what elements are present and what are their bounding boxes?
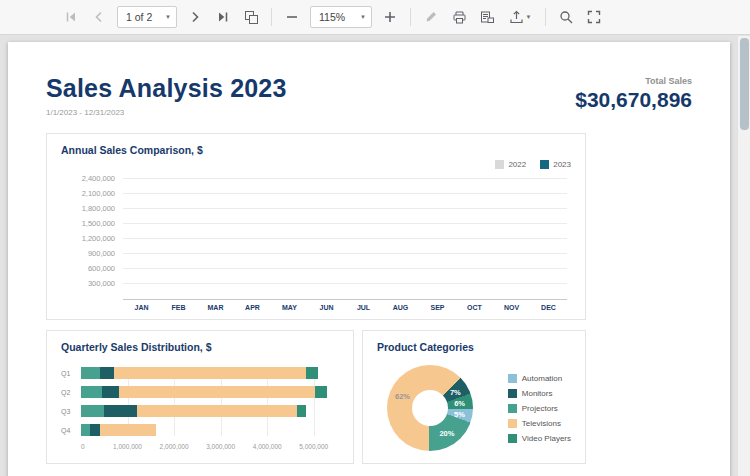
quarterly-sales-chart: Q1Q2Q3Q4 <box>61 367 339 436</box>
multipage-view-button[interactable] <box>238 4 264 30</box>
toolbar-separator <box>271 8 272 26</box>
legend-swatch <box>508 434 517 443</box>
zoom-out-button[interactable] <box>279 4 305 30</box>
bottom-charts-row: Quarterly Sales Distribution, $ Q1Q2Q3Q4… <box>46 330 586 464</box>
x-axis-label: 1,000,000 <box>113 443 142 450</box>
annual-sales-legend: 20222023 <box>61 158 571 170</box>
segment-monitors-q1 <box>100 367 114 379</box>
search-button[interactable] <box>553 4 579 30</box>
segment-projectors-q1 <box>81 367 100 379</box>
x-axis-label: NOV <box>493 304 530 311</box>
chart-x-axis: 01,000,0002,000,0003,000,0004,000,0005,0… <box>81 443 337 453</box>
segment-televisions-q3 <box>137 405 296 417</box>
highlight-editing-fields-button[interactable] <box>418 4 444 30</box>
legend-swatch <box>508 389 517 398</box>
legend-item-projectors: Projectors <box>508 404 571 413</box>
stacked-bar-row-q4: Q4 <box>61 424 339 436</box>
x-axis-label: DEC <box>530 304 567 311</box>
total-sales-block: Total Sales $30,670,896 <box>575 74 692 112</box>
legend-swatch <box>495 160 504 169</box>
x-axis-label: JUN <box>308 304 345 311</box>
report-header: Sales Analysis 2023 1/1/2023 - 12/31/202… <box>46 74 692 117</box>
legend-label: Monitors <box>522 389 553 398</box>
stacked-bar-row-q3: Q3 <box>61 405 339 417</box>
segment-video-players-q3 <box>297 405 306 417</box>
x-axis-label: APR <box>234 304 271 311</box>
total-sales-value: $30,670,896 <box>575 88 692 112</box>
legend-swatch <box>540 160 549 169</box>
previous-page-button[interactable] <box>86 4 112 30</box>
annual-sales-panel: Annual Sales Comparison, $ 20222023 300,… <box>46 133 586 320</box>
slice-label-automation: 5% <box>454 409 465 418</box>
category-label: Q3 <box>61 408 81 415</box>
product-categories-legend: AutomationMonitorsProjectorsTelevisionsV… <box>508 374 571 443</box>
export-button[interactable]: ▼ <box>502 4 538 30</box>
viewer-content: Sales Analysis 2023 1/1/2023 - 12/31/202… <box>0 36 737 476</box>
page-selector-value: 1 of 2 <box>126 11 152 23</box>
x-axis-label: 4,000,000 <box>253 443 282 450</box>
segment-video-players-q2 <box>315 386 327 398</box>
x-axis-label: 5,000,000 <box>299 443 328 450</box>
zoom-selector[interactable]: 115% ▼ <box>310 6 372 28</box>
legend-label: Video Players <box>522 434 571 443</box>
legend-label: 2023 <box>553 160 571 169</box>
first-page-icon <box>64 10 78 24</box>
y-axis-label: 1,200,000 <box>61 234 115 243</box>
minus-icon <box>286 11 298 23</box>
category-label: Q4 <box>61 427 81 434</box>
legend-item-video-players: Video Players <box>508 434 571 443</box>
segment-televisions-q2 <box>119 386 315 398</box>
product-categories-chart: 7%6%5%20%62% AutomationMonitorsProjector… <box>377 365 571 451</box>
legend-swatch <box>508 374 517 383</box>
last-page-button[interactable] <box>210 4 236 30</box>
toolbar-separator <box>410 8 411 26</box>
report-page: Sales Analysis 2023 1/1/2023 - 12/31/202… <box>8 42 730 476</box>
next-page-button[interactable] <box>182 4 208 30</box>
print-page-button[interactable] <box>474 4 500 30</box>
total-sales-label: Total Sales <box>575 76 692 86</box>
x-axis-label: MAY <box>271 304 308 311</box>
x-axis-label: AUG <box>382 304 419 311</box>
annual-sales-title: Annual Sales Comparison, $ <box>61 144 571 156</box>
printer-page-icon <box>480 10 495 25</box>
quarterly-sales-panel: Quarterly Sales Distribution, $ Q1Q2Q3Q4… <box>46 330 354 464</box>
x-axis-label: 3,000,000 <box>206 443 235 450</box>
bar-track <box>81 405 339 417</box>
print-button[interactable] <box>446 4 472 30</box>
slice-label-video-players: 6% <box>454 399 465 408</box>
legend-swatch <box>508 419 517 428</box>
chevron-left-icon <box>92 10 106 24</box>
bar-track <box>81 367 339 379</box>
x-axis-label: JAN <box>123 304 160 311</box>
legend-label: 2022 <box>508 160 526 169</box>
multipage-icon <box>244 10 259 25</box>
export-icon <box>509 10 524 25</box>
legend-item-monitors: Monitors <box>508 389 571 398</box>
zoom-in-button[interactable] <box>377 4 403 30</box>
donut-hole <box>412 390 448 426</box>
first-page-button[interactable] <box>58 4 84 30</box>
x-axis-label: FEB <box>160 304 197 311</box>
legend-label: Televisions <box>522 419 561 428</box>
chart-x-axis: JANFEBMARAPRMAYJUNJULAUGSEPOCTNOVDEC <box>123 300 567 311</box>
segment-projectors-q3 <box>81 405 104 417</box>
quarterly-sales-title: Quarterly Sales Distribution, $ <box>61 341 339 353</box>
x-axis-label: MAR <box>197 304 234 311</box>
vertical-scrollbar[interactable] <box>737 36 750 476</box>
x-axis-label: 0 <box>81 443 85 450</box>
stacked-bar-row-q2: Q2 <box>61 386 339 398</box>
fullscreen-button[interactable] <box>581 4 607 30</box>
y-axis-label: 600,000 <box>61 264 115 273</box>
scrollbar-thumb[interactable] <box>740 38 749 130</box>
x-axis-label: JUL <box>345 304 382 311</box>
legend-label: Automation <box>522 374 562 383</box>
plus-icon <box>384 11 396 23</box>
x-axis-label: SEP <box>419 304 456 311</box>
page-selector[interactable]: 1 of 2 ▼ <box>117 6 177 28</box>
slice-label-monitors: 7% <box>450 387 461 396</box>
segment-monitors-q3 <box>104 405 137 417</box>
fullscreen-icon <box>587 10 601 24</box>
zoom-value: 115% <box>319 11 345 23</box>
last-page-icon <box>216 10 230 24</box>
chevron-down-icon: ▼ <box>360 14 366 20</box>
